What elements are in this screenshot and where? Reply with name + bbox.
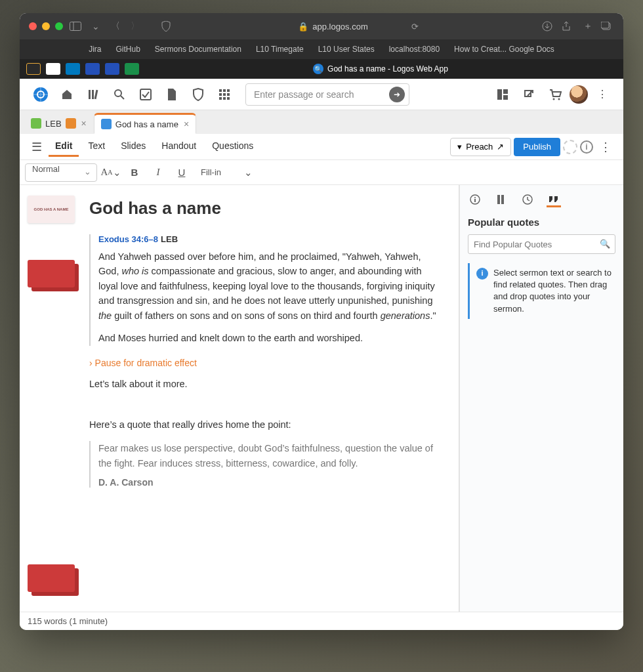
- info-icon[interactable]: i: [580, 140, 593, 154]
- zoom-window-button[interactable]: [55, 22, 63, 30]
- paragraph[interactable]: Here’s a quote that really drives home t…: [89, 418, 444, 432]
- bookmark-item[interactable]: L10 Timegate: [256, 45, 304, 54]
- scripture-block: Exodus 34:6–8LEB And Yahweh passed over …: [89, 234, 444, 346]
- scripture-reference[interactable]: Exodus 34:6–8LEB: [98, 234, 444, 244]
- pinned-tab[interactable]: [46, 63, 60, 75]
- bookmark-item[interactable]: Sermons Documentation: [155, 45, 241, 54]
- search-placeholder: Enter passage or search: [254, 89, 354, 100]
- quotes-search-input[interactable]: [468, 234, 615, 254]
- publish-button[interactable]: Publish: [514, 138, 560, 156]
- passage-search-input[interactable]: Enter passage or search ➜: [245, 83, 409, 106]
- favicon-icon: 🔍: [313, 64, 323, 74]
- browser-tab-row: 🔍 God has a name - Logos Web App: [20, 59, 623, 79]
- pinned-tab[interactable]: [66, 63, 80, 75]
- shield-icon[interactable]: [161, 21, 175, 32]
- bookmark-item[interactable]: GitHub: [116, 45, 140, 54]
- pinned-tab[interactable]: [26, 63, 41, 75]
- doc-tab-leb[interactable]: LEB ×: [24, 113, 94, 134]
- close-icon[interactable]: ×: [81, 118, 87, 129]
- apps-grid-icon[interactable]: [213, 83, 236, 106]
- bookmark-item[interactable]: localhost:8080: [389, 45, 440, 54]
- tab-dropdown-icon[interactable]: ⌄: [89, 21, 102, 32]
- sermon-title[interactable]: God has a name: [89, 198, 444, 219]
- new-tab-icon[interactable]: ＋: [581, 20, 594, 32]
- preach-button[interactable]: ▾ Preach ↗: [450, 138, 511, 156]
- search-icon[interactable]: 🔍: [600, 239, 610, 249]
- italic-button[interactable]: I: [148, 163, 168, 182]
- doc-tab-label: LEB: [45, 119, 62, 129]
- preach-label: Preach: [466, 142, 493, 152]
- doc-tab-label: God has a name: [115, 119, 178, 129]
- svg-rect-20: [223, 97, 226, 100]
- slide-thumb-quote[interactable]: [28, 564, 75, 592]
- close-window-button[interactable]: [29, 22, 37, 30]
- library-icon[interactable]: [81, 83, 105, 106]
- panel-more-icon[interactable]: ⋮: [596, 140, 615, 154]
- doc-tab-sermon[interactable]: God has a name ×: [94, 113, 196, 134]
- minimize-window-button[interactable]: [42, 22, 50, 30]
- quote-text[interactable]: Fear makes us lose perspective, doubt Go…: [98, 441, 444, 471]
- editor-pane: God has a name Exodus 34:6–8LEB And Yahw…: [20, 185, 459, 612]
- share-icon[interactable]: [562, 21, 575, 32]
- url-bar[interactable]: 🔒 app.logos.com ⟳: [181, 22, 535, 32]
- user-avatar[interactable]: [570, 85, 588, 104]
- back-button[interactable]: 〈: [109, 20, 122, 32]
- logos-logo-icon[interactable]: [29, 83, 52, 106]
- bookmark-item[interactable]: Jira: [89, 45, 101, 54]
- svg-rect-9: [94, 89, 98, 98]
- editor-content[interactable]: God has a name Exodus 34:6–8LEB And Yahw…: [85, 185, 459, 612]
- shield-outline-icon[interactable]: [186, 83, 210, 106]
- scripture-text[interactable]: And Moses hurried and knelt down to the …: [98, 331, 444, 345]
- bookmark-item[interactable]: How to Creat... Google Docs: [454, 45, 554, 54]
- paragraph[interactable]: Let’s talk about it more.: [89, 377, 444, 392]
- info-icon: i: [476, 268, 488, 280]
- svg-point-10: [115, 90, 121, 96]
- sidebar-tab-quotes-icon[interactable]: [547, 193, 561, 207]
- format-more-icon[interactable]: ⌄: [238, 163, 258, 182]
- cart-icon[interactable]: [543, 83, 567, 106]
- menu-text[interactable]: Text: [81, 136, 112, 157]
- close-icon[interactable]: ×: [184, 119, 189, 129]
- bookmark-item[interactable]: L10 User States: [318, 45, 375, 54]
- hamburger-icon[interactable]: ☰: [28, 140, 46, 154]
- bold-button[interactable]: B: [125, 163, 144, 182]
- cue-note[interactable]: Pause for dramatic effect: [89, 358, 444, 368]
- window-controls: [29, 22, 63, 30]
- fillin-button[interactable]: Fill-in: [196, 163, 226, 182]
- menu-edit[interactable]: Edit: [49, 136, 79, 157]
- underline-button[interactable]: U: [172, 163, 192, 182]
- slide-thumb-title[interactable]: [28, 196, 75, 223]
- menu-handout[interactable]: Handout: [155, 136, 203, 157]
- more-menu-icon[interactable]: ⋮: [591, 83, 614, 106]
- reload-icon[interactable]: ⟳: [411, 22, 419, 32]
- sidebar-tab-info-icon[interactable]: [468, 193, 482, 207]
- menu-questions[interactable]: Questions: [205, 136, 260, 157]
- quote-author[interactable]: D. A. Carson: [98, 477, 444, 488]
- lock-icon: 🔒: [298, 22, 308, 32]
- slide-thumb-scripture[interactable]: [28, 260, 75, 287]
- sidebar-tab-passages-icon[interactable]: [494, 193, 508, 207]
- search-icon[interactable]: [108, 83, 131, 106]
- paragraph-style-select[interactable]: Normal: [25, 163, 97, 182]
- scripture-text[interactable]: And Yahweh passed over before him, and h…: [98, 249, 444, 323]
- checkbox-icon[interactable]: [134, 83, 157, 106]
- sidebar-tab-history-icon[interactable]: [520, 193, 535, 207]
- search-go-icon[interactable]: ➜: [389, 87, 405, 102]
- downloads-icon[interactable]: [542, 21, 555, 32]
- svg-point-28: [474, 197, 476, 198]
- pinned-tab[interactable]: [105, 63, 119, 75]
- menu-slides[interactable]: Slides: [114, 136, 152, 157]
- font-size-button[interactable]: AA⌄: [101, 163, 121, 182]
- sidebar-toggle-icon[interactable]: [70, 22, 83, 31]
- status-bar: 115 words (1 minute): [20, 612, 623, 630]
- tab-overview-icon[interactable]: [601, 22, 614, 31]
- document-icon[interactable]: [160, 83, 184, 106]
- home-icon[interactable]: [55, 83, 79, 106]
- pinned-tab[interactable]: [85, 63, 100, 75]
- export-icon[interactable]: [517, 83, 541, 106]
- quote-block: Fear makes us lose perspective, doubt Go…: [89, 441, 444, 488]
- browser-tab-active[interactable]: 🔍 God has a name - Logos Web App: [144, 64, 617, 74]
- sidebar-heading: Popular quotes: [468, 217, 615, 228]
- layout-icon[interactable]: [491, 83, 514, 106]
- pinned-tab[interactable]: [125, 63, 139, 75]
